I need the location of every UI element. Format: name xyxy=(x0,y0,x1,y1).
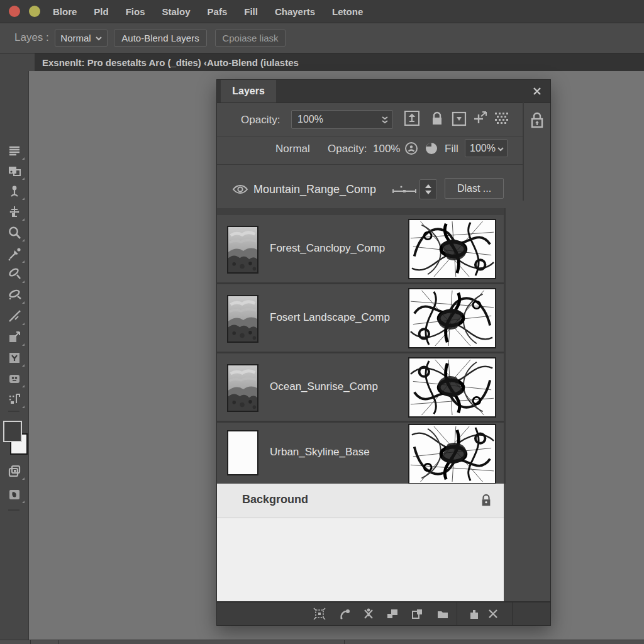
tool-clone[interactable] xyxy=(7,464,22,479)
opacity-label: Opacity: xyxy=(241,114,280,126)
grid-dots-icon xyxy=(494,111,509,126)
blend-opacity-value[interactable]: 100% xyxy=(373,143,400,155)
chevron-down-icon xyxy=(96,36,102,41)
opacity-input[interactable]: 100% xyxy=(291,110,393,129)
fill-dropdown[interactable]: 100% xyxy=(465,139,508,157)
tool-zoom[interactable] xyxy=(7,225,22,240)
eye-icon xyxy=(232,183,248,196)
layer-effects-button[interactable] xyxy=(362,608,375,620)
lock-transparency-button[interactable] xyxy=(404,110,420,126)
close-icon xyxy=(531,86,543,97)
menu-item-pafs[interactable]: Pafs xyxy=(208,6,228,17)
lock-image-button[interactable] xyxy=(430,111,444,126)
rows-right-divider xyxy=(504,208,506,484)
bottom-bar-separator-2 xyxy=(512,602,513,625)
layer-mask-thumbnail[interactable] xyxy=(408,288,496,348)
layer-mask-thumbnail[interactable] xyxy=(408,424,496,484)
section-gap xyxy=(217,208,504,215)
lock-all-button[interactable] xyxy=(530,111,545,130)
active-layer-name[interactable]: Mountain_Range_Comp xyxy=(253,183,376,196)
menu-item-staloy[interactable]: Staloy xyxy=(162,6,191,17)
folder-icon xyxy=(436,608,449,620)
mast-icon xyxy=(7,204,22,219)
opacity-value: 100% xyxy=(297,114,323,125)
background-lock xyxy=(480,493,492,508)
slider-icon xyxy=(391,184,418,196)
tool-pen[interactable] xyxy=(7,287,22,303)
status-divider xyxy=(344,640,345,644)
layer-thumbnail[interactable] xyxy=(227,364,258,412)
tool-shape[interactable] xyxy=(7,350,22,365)
boxed-triangle-icon xyxy=(452,111,467,126)
person-circle-icon xyxy=(404,142,418,155)
blend-mode-text[interactable]: Normal xyxy=(275,143,310,155)
lock-position-button[interactable] xyxy=(452,111,467,126)
link-icon xyxy=(338,608,351,620)
info-bar: Exsnenlt: Pro desetalts Aro (_dties) ‹Au… xyxy=(0,53,644,71)
layer-thumbnail[interactable] xyxy=(227,430,258,475)
tool-crop[interactable] xyxy=(7,330,22,345)
tool-brush[interactable] xyxy=(7,267,22,282)
layer-thumbnail[interactable] xyxy=(227,295,258,343)
rail-divider xyxy=(523,103,524,201)
tool-mask[interactable] xyxy=(7,487,22,502)
tool-mast[interactable] xyxy=(7,204,22,219)
layer-row-ocean-sunrise[interactable]: Ocean_Sunrise_Comp xyxy=(217,353,504,423)
lock-artboard-button[interactable] xyxy=(472,110,489,126)
layer-mask-thumbnail[interactable] xyxy=(408,219,496,279)
dot-cluster-icon xyxy=(7,392,22,407)
tool-smudge[interactable] xyxy=(7,371,22,386)
menu-item-fios[interactable]: Fios xyxy=(126,6,145,17)
layer-mask-thumbnail[interactable] xyxy=(408,357,496,418)
foreground-color-swatch[interactable] xyxy=(3,421,22,442)
choose-button[interactable]: Cpoiase liask xyxy=(215,30,286,47)
person-badge-button[interactable] xyxy=(404,142,418,155)
layer-row-background[interactable]: Background xyxy=(217,484,504,518)
window-minimize-dot[interactable] xyxy=(29,6,40,17)
tab-layers[interactable]: Layers xyxy=(221,80,276,103)
menu-item-pld[interactable]: Pld xyxy=(94,6,108,17)
up-down-arrows-icon xyxy=(425,184,432,195)
menu-item-letone[interactable]: Letone xyxy=(332,6,363,17)
link-layers-button[interactable] xyxy=(338,608,351,620)
width-slider[interactable] xyxy=(391,184,418,196)
layer-row-urban-skyline[interactable]: Urban_Skyline_Base xyxy=(217,423,504,484)
blend-mode-dropdown[interactable]: Normal xyxy=(55,30,108,47)
magnifier-icon xyxy=(7,225,22,240)
toolbar-separator-2 xyxy=(8,509,19,511)
layer-thumbnail[interactable] xyxy=(227,226,258,274)
layer-row-forest-canclopy[interactable]: Forest_Canclopy_Comp xyxy=(217,215,504,284)
reorder-button[interactable] xyxy=(419,179,437,199)
window-close-dot[interactable] xyxy=(9,6,20,17)
menu-item-blore[interactable]: Blore xyxy=(53,6,77,17)
blast-button[interactable]: Dlast ... xyxy=(445,178,504,199)
pen-icon xyxy=(7,287,22,303)
tool-frames[interactable] xyxy=(7,164,22,179)
chevron-down-icon xyxy=(497,147,504,152)
menu-item-chayerts[interactable]: Chayerts xyxy=(275,6,315,17)
new-fill-layer-button[interactable] xyxy=(386,608,399,620)
auto-blend-layers-button[interactable]: Auto-Blend Layers xyxy=(114,30,207,47)
menu-item-fill[interactable]: Fill xyxy=(244,6,258,17)
new-layer-button[interactable] xyxy=(468,608,480,620)
filled-squares-icon xyxy=(386,608,399,620)
layer-row-fosert-landscape[interactable]: Fosert Landscape_Comp xyxy=(217,284,504,353)
visibility-toggle[interactable] xyxy=(232,183,248,196)
tool-pin[interactable] xyxy=(7,184,22,199)
bag-square-icon xyxy=(468,608,480,620)
tool-transform[interactable] xyxy=(7,392,22,407)
tool-list[interactable] xyxy=(7,143,22,158)
brush-icon xyxy=(7,267,22,282)
tool-eyedropper[interactable] xyxy=(7,247,22,262)
lock-all-toggle-button[interactable] xyxy=(494,111,509,126)
new-group-button[interactable] xyxy=(436,608,449,620)
tool-knife[interactable] xyxy=(7,309,22,324)
transform-area-button[interactable] xyxy=(313,608,326,620)
delete-layer-button[interactable] xyxy=(487,608,499,620)
panel-close-button[interactable] xyxy=(531,86,543,97)
duplicate-layer-button[interactable] xyxy=(411,608,423,620)
double-chevron-icon xyxy=(381,116,389,125)
contrast-badge-button[interactable] xyxy=(425,142,438,155)
blend-mode-value: Normal xyxy=(60,33,91,43)
lock-badge-icon xyxy=(530,111,545,130)
